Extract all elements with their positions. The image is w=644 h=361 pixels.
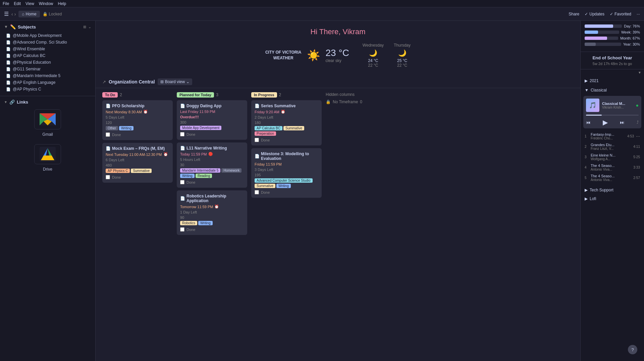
done-checkbox-milestone[interactable] [255, 190, 259, 194]
subjects-add[interactable]: ⊞ [83, 25, 86, 29]
task-tags-narrative: Mandarin Intermediate 5 Homework Writing… [180, 168, 244, 178]
sidebar-item-ap-calc[interactable]: 📄 @AP Calculus BC [4, 52, 91, 59]
done-checkbox-narrative[interactable] [180, 180, 184, 184]
task-tags-robotics: Robotics Writing [180, 221, 244, 225]
doc-icon-4: 📄 [6, 54, 11, 58]
clock-icon-2: ⏰ [163, 152, 168, 157]
tag-homework: Homework [221, 168, 241, 173]
tech-support-section[interactable]: ▶ Tech Support [585, 186, 640, 194]
music-classical-header[interactable]: ▼ Classical [581, 86, 644, 95]
doc-icon-8: 📄 [6, 80, 11, 85]
drive-link[interactable]: Drive [4, 142, 91, 172]
eoy-countdown: 5w 2d 17h 48m 2s to go [585, 62, 640, 66]
day-bar-fill [585, 24, 613, 28]
links-collapse[interactable]: ▼ [4, 100, 7, 104]
done-checkbox-pfo[interactable] [106, 132, 110, 137]
task-due-series: Friday 9:20 AM ⏰ [255, 110, 318, 114]
sidebar-item-phys-ed[interactable]: 📄 @Physical Education [4, 59, 91, 66]
task-title-mock: Mock Exam – FRQs (M, EM) [112, 146, 165, 151]
sidebar-item-ap-english[interactable]: 📄 @AP English Language [4, 79, 91, 86]
more-options[interactable]: ··· [637, 12, 640, 16]
music-progress-bar[interactable] [586, 115, 639, 116]
board-view-button[interactable]: ⊞ Board view ⌄ [158, 78, 192, 85]
task-title-narrative: L11 Narrative Writing [186, 146, 227, 151]
nav-back[interactable]: ‹ [11, 11, 13, 17]
track-more-1[interactable]: ⋯ [636, 134, 640, 139]
help-button[interactable]: ? [628, 345, 637, 354]
lofi-section[interactable]: ▶ Lofi [585, 194, 640, 203]
done-row-narrative: Done [180, 180, 244, 184]
tag-prep: Preperation [255, 131, 276, 136]
year-bar-bg [585, 43, 621, 46]
track-2[interactable]: 2 Grandes Etu... Franz Liszt, V... 4∶11 [581, 141, 644, 152]
subjects-collapse[interactable]: ▼ [4, 24, 8, 29]
chevron-right-lofi: ▶ [585, 196, 588, 201]
sidebar-item-ap-physics[interactable]: 📄 @AP Physics C [4, 86, 91, 93]
spotify-icon: ● [636, 103, 639, 108]
menu-window[interactable]: Window [39, 1, 53, 6]
clock-icon-series: ⏰ [281, 110, 285, 114]
board-header: ↗ Organization Central ⊞ Board view ⌄ [96, 74, 580, 88]
sidebar-item-wind-ensemble[interactable]: 📄 @Wind Ensemble [4, 46, 91, 52]
weather-sun-icon: ☀️ [307, 49, 320, 62]
task-card-robotics: 📄 Robotics Leadership Application Tomorr… [177, 190, 247, 235]
track-3[interactable]: 3 Eine kleine N... Wolfgang A... 5∶25 [581, 152, 644, 162]
task-title-robotics: Robotics Leadership Application [186, 194, 244, 203]
task-card-pfo: 📄 PFO Scholarship Next Monday 8:30 AM ⏰ … [102, 100, 173, 140]
sidebar-item-mandarin[interactable]: 📄 @Mandarin Intermediate 5 [4, 72, 91, 79]
sidebar-item-adv-comp-sci[interactable]: 📄 @Advanced Comp. Sci Studio [4, 39, 91, 46]
task-due-narrative: Today 11:59 PM 🔴 [180, 152, 244, 156]
done-checkbox-mock[interactable] [106, 175, 110, 179]
prev-button[interactable]: ⏮ [586, 120, 591, 125]
track-5[interactable]: 5 The 4 Seaso... Antonio Viva... 2∶57 [581, 173, 644, 183]
main-layout: ▼ ✏️ Subjects ⊞ ⌄ 📄 @Mobile App Developm… [0, 21, 644, 361]
task-title-pfo: PFO Scholarship [112, 104, 145, 108]
task-card-narrative: 📄 L11 Narrative Writing Today 11:59 PM 🔴… [177, 142, 247, 188]
next-button[interactable]: ⏭ [620, 120, 625, 125]
done-row-doggy: Done [180, 132, 244, 136]
share-button[interactable]: Share [569, 12, 579, 16]
track-1[interactable]: 1 Fantasy-Imp... Frédéric Cho... 4∶53 ⋯ [581, 131, 644, 141]
track-4[interactable]: 4 The 4 Seaso... Antonio Viva... 3∶33 [581, 162, 644, 173]
music-collapse-arrow[interactable]: ▼ [638, 71, 641, 74]
gmail-link[interactable]: Gmail [4, 107, 91, 137]
music-controls: ⏮ ▶ ⏭ ⤴ [583, 117, 641, 128]
inprogress-badge: In Progress [251, 92, 277, 98]
favorited-button[interactable]: ✓ Favorited [610, 12, 631, 16]
done-checkbox-doggy[interactable] [180, 132, 184, 136]
doc-icon-narrative: 📄 [180, 146, 185, 151]
sidebar-item-mobile-app[interactable]: 📄 @Mobile App Development [4, 32, 91, 39]
nav-home[interactable]: ⌂ Home [18, 11, 40, 17]
menu-edit[interactable]: Edit [14, 1, 21, 6]
progress-day: Day: 76% [585, 24, 640, 28]
menu-help[interactable]: Help [58, 1, 66, 6]
weather-current: CITY OF VICTORIA WEATHER ☀️ 23 °C clear … [265, 48, 349, 63]
clock-icon-robotics: ⏰ [214, 204, 219, 209]
tag-other: Other [106, 126, 118, 130]
doc-icon-9: 📄 [6, 87, 11, 92]
task-meta-robotics: 1 Day Left [180, 210, 244, 214]
hamburger-menu[interactable]: ☰ [4, 11, 9, 17]
sidebar-item-g11[interactable]: 📄 @G11 Seminar [4, 66, 91, 72]
updates-button[interactable]: ✓ Updates [585, 12, 604, 16]
doc-icon-3: 📄 [6, 47, 11, 51]
done-checkbox-robotics[interactable] [180, 227, 184, 232]
music-year-2021[interactable]: ▶ 2021 [581, 76, 644, 86]
tag-summative-2: Summative [283, 126, 304, 130]
doc-icon-2: 📄 [106, 146, 111, 151]
tag-mobile-app: Mobile App Development [180, 126, 221, 130]
task-due-robotics: Tomorrow 11:59 PM ⏰ [180, 204, 244, 209]
menu-view[interactable]: View [25, 1, 34, 6]
column-inprogress: In Progress 2 📄 Series Summative Friday … [251, 92, 322, 238]
progress-fill [586, 115, 602, 116]
menu-file[interactable]: File [3, 1, 9, 6]
task-points-robotics: 90 [180, 216, 244, 220]
board-expand-icon[interactable]: ↗ [102, 79, 106, 84]
day-bar-bg [585, 24, 622, 28]
nav-forward[interactable]: › [14, 11, 16, 17]
play-button[interactable]: ▶ [603, 118, 608, 126]
share-music-icon[interactable]: ⤴ [637, 120, 639, 125]
subjects-more[interactable]: ⌄ [88, 25, 91, 29]
done-checkbox-series[interactable] [255, 138, 259, 142]
task-points-pfo: 120 [106, 121, 169, 125]
